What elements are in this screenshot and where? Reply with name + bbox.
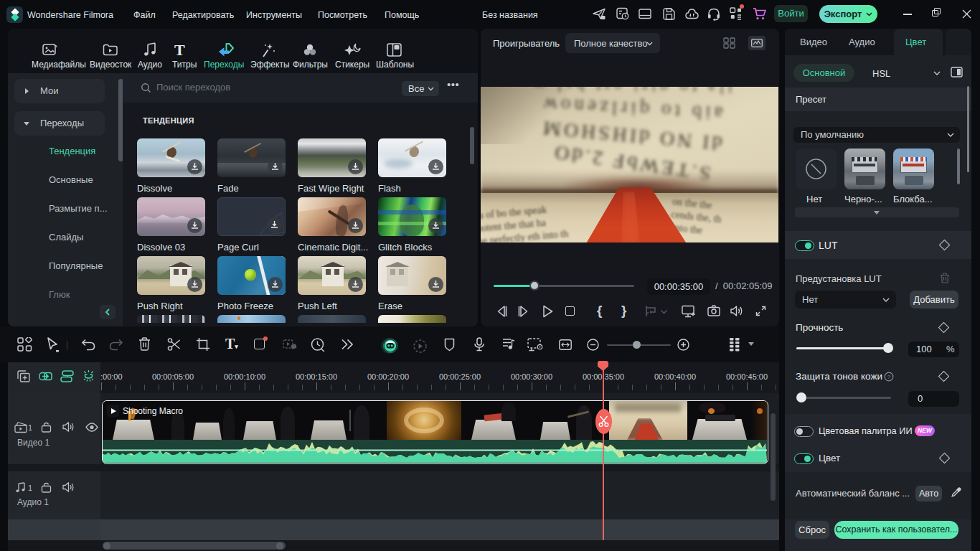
svg-text:?: ? xyxy=(887,374,891,380)
